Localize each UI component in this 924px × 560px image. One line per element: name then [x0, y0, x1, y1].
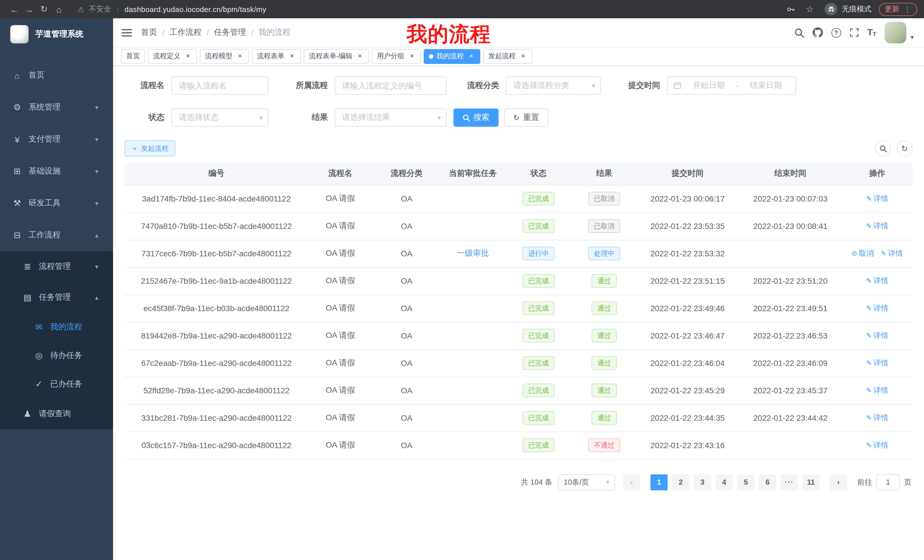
- tab[interactable]: 发起流程×: [483, 49, 532, 64]
- current-task-link[interactable]: 一级审批: [457, 248, 489, 258]
- pager-more[interactable]: ···: [781, 474, 798, 490]
- forward-icon[interactable]: →: [22, 4, 36, 14]
- detail-icon: ✎: [866, 304, 872, 312]
- prev-page-button[interactable]: ‹: [623, 474, 640, 490]
- detail-link[interactable]: ✎详情: [866, 385, 888, 395]
- result-badge: 通过: [592, 274, 617, 288]
- sidebar-item-label: 流程管理: [39, 262, 71, 272]
- detail-link[interactable]: ✎详情: [866, 440, 888, 451]
- chevron-down-icon: ▾: [95, 168, 98, 175]
- breadcrumb-separator: /: [207, 28, 209, 37]
- tab[interactable]: 用户分组×: [372, 49, 421, 64]
- sidebar-item[interactable]: ✓已办任务: [0, 370, 113, 398]
- page-button[interactable]: 1: [651, 474, 668, 490]
- result-select[interactable]: 请选择流结果 ▾: [334, 108, 447, 127]
- font-size-icon[interactable]: TT: [867, 28, 876, 37]
- detail-link[interactable]: ✎详情: [866, 413, 888, 423]
- page-button[interactable]: 6: [759, 474, 776, 490]
- hamburger-icon[interactable]: [113, 18, 141, 47]
- sidebar-item[interactable]: ♟请假查询: [0, 398, 113, 429]
- close-icon[interactable]: ×: [236, 52, 244, 60]
- page-button[interactable]: 2: [672, 474, 689, 490]
- leave-query-icon: ♟: [22, 409, 33, 419]
- sidebar-item[interactable]: ⊞基础设施▾: [0, 155, 113, 187]
- browser-menu-icon[interactable]: ⋮: [903, 4, 911, 14]
- avatar[interactable]: [885, 22, 907, 43]
- breadcrumb-item[interactable]: 任务管理: [214, 27, 246, 38]
- breadcrumb-item[interactable]: 首页: [141, 27, 157, 38]
- browser-update-button[interactable]: 更新 ⋮: [879, 3, 917, 16]
- status-select[interactable]: 请选择状态 ▾: [171, 108, 268, 127]
- search-button[interactable]: 搜索: [453, 108, 498, 127]
- reset-button[interactable]: ↻ 重置: [504, 108, 548, 127]
- search-icon[interactable]: [794, 28, 804, 37]
- goto-page-input[interactable]: [876, 474, 900, 490]
- sidebar-item[interactable]: ⚙系统管理▾: [0, 91, 113, 123]
- detail-link[interactable]: ✎详情: [866, 221, 888, 231]
- sidebar-item-label: 已办任务: [50, 379, 82, 389]
- close-icon[interactable]: ×: [408, 52, 416, 60]
- close-icon[interactable]: ×: [356, 52, 364, 60]
- page-size-select[interactable]: 10条/页 ▾: [558, 474, 615, 490]
- search-toggle-button[interactable]: [875, 141, 891, 156]
- detail-link[interactable]: ✎详情: [880, 248, 903, 259]
- sidebar-item[interactable]: ▤任务管理▴: [0, 282, 113, 313]
- tab[interactable]: 流程表单-编辑×: [304, 49, 369, 64]
- help-icon[interactable]: ?: [831, 28, 841, 37]
- detail-link[interactable]: ✎详情: [866, 331, 888, 341]
- cancel-link[interactable]: ⊘取消: [852, 248, 874, 259]
- goto-page: 前往 页: [857, 474, 911, 490]
- breadcrumb-item[interactable]: 工作流程: [170, 27, 202, 38]
- tab[interactable]: 流程模型×: [200, 49, 249, 64]
- detail-link[interactable]: ✎详情: [866, 303, 888, 313]
- tab[interactable]: 流程定义×: [148, 49, 197, 64]
- tab[interactable]: 流程表单×: [252, 49, 301, 64]
- detail-link[interactable]: ✎详情: [866, 358, 888, 368]
- infrastructure-icon: ⊞: [11, 166, 23, 177]
- key-icon[interactable]: [786, 5, 795, 13]
- browser-toolbar: ← → ↻ ⌂ ⚠ 不安全 | dashboard.yudao.iocoder.…: [0, 0, 924, 18]
- sidebar-item[interactable]: ≣流程管理▾: [0, 251, 113, 282]
- end-date-placeholder: 结束日期: [742, 81, 790, 91]
- workflow-icon: ⊟: [11, 230, 23, 240]
- sidebar-item[interactable]: ◎待办任务: [0, 341, 113, 370]
- sidebar-item[interactable]: ✉我的流程: [0, 313, 113, 341]
- github-icon[interactable]: [812, 27, 823, 38]
- address-bar[interactable]: ⚠ 不安全 | dashboard.yudao.iocoder.cn/bpm/t…: [78, 4, 786, 14]
- close-icon[interactable]: ×: [467, 52, 475, 60]
- next-page-button[interactable]: ›: [830, 474, 847, 490]
- process-def-input[interactable]: [334, 76, 447, 95]
- detail-link[interactable]: ✎详情: [866, 276, 888, 286]
- sidebar-item[interactable]: ⚒研发工具▾: [0, 187, 113, 219]
- page-button[interactable]: 3: [694, 474, 711, 490]
- tab[interactable]: 首页: [121, 49, 145, 64]
- page-button[interactable]: 11: [802, 474, 819, 490]
- sidebar-item[interactable]: ¥支付管理▾: [0, 123, 113, 155]
- page-button[interactable]: 5: [737, 474, 754, 490]
- back-icon[interactable]: ←: [7, 4, 22, 14]
- app-logo-row[interactable]: 芋道管理系统: [0, 18, 113, 50]
- process-name-input[interactable]: [171, 76, 268, 95]
- sidebar-item[interactable]: ⌂首页: [0, 59, 113, 91]
- incognito-badge[interactable]: 无痕模式: [825, 3, 872, 15]
- date-range-picker[interactable]: 开始日期 - 结束日期: [667, 76, 796, 95]
- page-button[interactable]: 4: [716, 474, 733, 490]
- refresh-button[interactable]: ↻: [897, 141, 913, 156]
- filter-row: 状态 请选择状态 ▾ 结果 请选择流结果 ▾ 搜索: [124, 108, 913, 127]
- close-icon[interactable]: ×: [288, 52, 296, 60]
- tab-label: 流程模型: [205, 51, 232, 61]
- detail-link[interactable]: ✎详情: [866, 193, 888, 204]
- fullscreen-icon[interactable]: [849, 28, 859, 37]
- category-select[interactable]: 请选择流程分类 ▾: [506, 76, 601, 95]
- bookmark-star-icon[interactable]: ☆: [802, 4, 817, 14]
- browser-home-icon[interactable]: ⌂: [51, 4, 66, 14]
- chevron-down-icon[interactable]: ▾: [910, 34, 914, 41]
- reload-icon[interactable]: ↻: [36, 4, 51, 14]
- tab[interactable]: 我的流程×: [424, 49, 480, 64]
- security-label: 不安全: [89, 4, 111, 14]
- create-process-button[interactable]: ＋ 发起流程: [124, 141, 176, 156]
- status-badge: 已完成: [522, 274, 555, 288]
- close-icon[interactable]: ×: [519, 52, 527, 60]
- sidebar-item[interactable]: ⊟工作流程▴: [0, 219, 113, 251]
- close-icon[interactable]: ×: [184, 52, 192, 60]
